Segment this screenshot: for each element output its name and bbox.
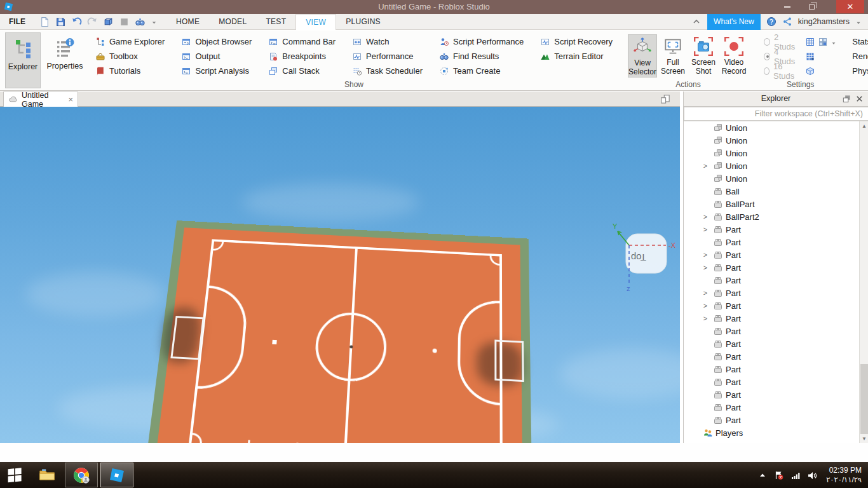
ribbon-item-watch[interactable]: Watch: [352, 34, 423, 49]
taskbar-roblox-studio-button[interactable]: [100, 463, 133, 487]
save-button[interactable]: [55, 17, 66, 27]
orbit-tool-button[interactable]: [103, 17, 114, 27]
radio-16-studs[interactable]: 16 Studs: [764, 64, 796, 78]
tree-item-union[interactable]: Union: [684, 172, 860, 185]
ribbon-item-tutorials[interactable]: Tutorials: [95, 64, 165, 78]
tree-item-part[interactable]: Part: [684, 376, 860, 388]
tree-item-union[interactable]: >Union: [684, 159, 860, 172]
ribbon-item-call-stack[interactable]: Call Stack: [268, 64, 336, 78]
expand-arrow-icon[interactable]: >: [700, 302, 710, 309]
tree-item-part[interactable]: Part: [684, 414, 860, 426]
menu-tab-home[interactable]: HOME: [166, 14, 209, 29]
ribbon-item-command-bar[interactable]: Command Bar: [268, 34, 336, 49]
menu-tab-model[interactable]: MODEL: [209, 14, 256, 29]
stat-physics-button[interactable]: Physics: [852, 64, 868, 78]
toggle-properties-button[interactable]: Properties: [47, 32, 83, 88]
filter-workspace-input[interactable]: [684, 107, 868, 121]
close-button[interactable]: ✕: [836, 0, 864, 13]
help-icon[interactable]: [766, 17, 776, 27]
ribbon-item-script-analysis[interactable]: Script Analysis: [181, 64, 252, 78]
panes-icon[interactable]: [818, 37, 828, 47]
tree-item-part[interactable]: Part: [684, 388, 860, 401]
expand-arrow-icon[interactable]: >: [700, 315, 710, 322]
ribbon-item-game-explorer[interactable]: Game Explorer: [95, 34, 165, 49]
taskbar-file-explorer-button[interactable]: [31, 462, 64, 488]
view-cube[interactable]: Top Y -X z: [605, 220, 678, 293]
float-panel-icon[interactable]: [842, 94, 851, 104]
tree-item-part[interactable]: Part: [684, 274, 860, 287]
ribbon-item-terrain-editor[interactable]: Terrain Editor: [540, 49, 613, 64]
find-button[interactable]: [135, 17, 146, 27]
tree-item-part[interactable]: Part: [684, 337, 860, 350]
tree-item-part[interactable]: Part: [684, 325, 860, 337]
expand-arrow-icon[interactable]: >: [700, 226, 710, 233]
expand-arrow-icon[interactable]: >: [700, 162, 710, 170]
share-icon[interactable]: [782, 17, 792, 27]
tree-item-part[interactable]: >Part: [684, 261, 860, 274]
ribbon-item-performance[interactable]: Performance: [352, 49, 423, 64]
expand-arrow-icon[interactable]: >: [700, 251, 710, 259]
expand-arrow-icon[interactable]: >: [700, 264, 710, 271]
ribbon-item-script-recovery[interactable]: Script Recovery: [540, 34, 613, 49]
tree-item-players[interactable]: Players: [684, 426, 860, 439]
tree-item-part[interactable]: >Part: [684, 287, 860, 299]
screen-shot-button[interactable]: Screen Shot: [689, 34, 718, 78]
explorer-scrollbar[interactable]: ▲ ▼: [859, 121, 868, 443]
stat-render-button[interactable]: Render: [852, 49, 868, 64]
network-signal-icon[interactable]: [790, 470, 801, 480]
close-panel-icon[interactable]: [855, 94, 864, 104]
new-file-button[interactable]: [39, 17, 50, 27]
redo-button[interactable]: [87, 17, 98, 27]
expand-arrow-icon[interactable]: >: [700, 289, 710, 297]
tree-item-ball[interactable]: Ball: [684, 185, 860, 198]
minimize-button[interactable]: [776, 0, 798, 13]
collapse-ribbon-icon[interactable]: [691, 17, 702, 27]
action-center-flag-icon[interactable]: [774, 470, 784, 480]
stop-button[interactable]: [119, 17, 130, 27]
taskbar-clock[interactable]: 02:39 PM ٢٠٢٠/١١/٢٩: [824, 466, 862, 484]
popout-window-icon[interactable]: [660, 93, 671, 105]
quick-access-caret-icon[interactable]: [151, 18, 158, 25]
show-hidden-icons-icon[interactable]: [757, 470, 768, 480]
ribbon-item-breakpoints[interactable]: Breakpoints: [268, 49, 336, 64]
volume-icon[interactable]: [807, 470, 817, 480]
box-icon[interactable]: [805, 66, 815, 76]
tree-item-part[interactable]: >Part: [684, 248, 860, 261]
menu-tab-test[interactable]: TEST: [256, 14, 295, 29]
ribbon-item-toolbox[interactable]: Toolbox: [95, 49, 165, 64]
menu-tab-view[interactable]: VIEW: [295, 14, 336, 30]
start-button[interactable]: [0, 462, 31, 488]
radio-16-studs-circle[interactable]: [764, 67, 770, 75]
grid-icon[interactable]: [805, 37, 815, 47]
tree-item-ballpart[interactable]: BallPart: [684, 198, 860, 210]
expand-arrow-icon[interactable]: >: [700, 213, 710, 220]
scrollbar-thumb[interactable]: [860, 364, 868, 434]
grid-material-icon[interactable]: [805, 51, 815, 62]
3d-viewport[interactable]: Top Y -X z: [0, 107, 680, 443]
full-screen-button[interactable]: Full Screen: [658, 34, 688, 78]
document-tab-untitled-game[interactable]: Untitled Game ×: [3, 92, 78, 107]
toggle-explorer-button[interactable]: Explorer: [5, 32, 41, 88]
caret-icon[interactable]: [831, 39, 837, 45]
tree-item-ballpart2[interactable]: >BallPart2: [684, 210, 860, 223]
ribbon-item-find-results[interactable]: Find Results: [439, 49, 524, 64]
tree-item-part[interactable]: >Part: [684, 223, 860, 236]
username-label[interactable]: king2hamsters: [798, 17, 850, 26]
view-selector-button[interactable]: View Selector: [628, 34, 657, 78]
ribbon-item-output[interactable]: Output: [181, 49, 252, 64]
video-record-button[interactable]: Video Record: [719, 34, 749, 78]
tree-item-part[interactable]: >Part: [684, 312, 860, 325]
undo-button[interactable]: [71, 17, 82, 27]
maximize-button[interactable]: [801, 0, 822, 13]
ribbon-item-task-scheduler[interactable]: Task Scheduler: [352, 64, 423, 78]
tree-item-part[interactable]: Part: [684, 350, 860, 363]
tree-item-part[interactable]: Part: [684, 363, 860, 376]
tree-item-union[interactable]: Union: [684, 147, 860, 159]
radio-2-studs-circle[interactable]: [764, 38, 770, 46]
radio-4-studs-circle[interactable]: [764, 53, 770, 60]
tree-item-part[interactable]: >Part: [684, 299, 860, 312]
tree-item-union[interactable]: Union: [684, 121, 860, 134]
whats-new-button[interactable]: What's New: [707, 14, 761, 30]
menu-tab-plugins[interactable]: PLUGINS: [336, 14, 390, 29]
scrollbar-down-icon[interactable]: ▼: [860, 434, 868, 443]
